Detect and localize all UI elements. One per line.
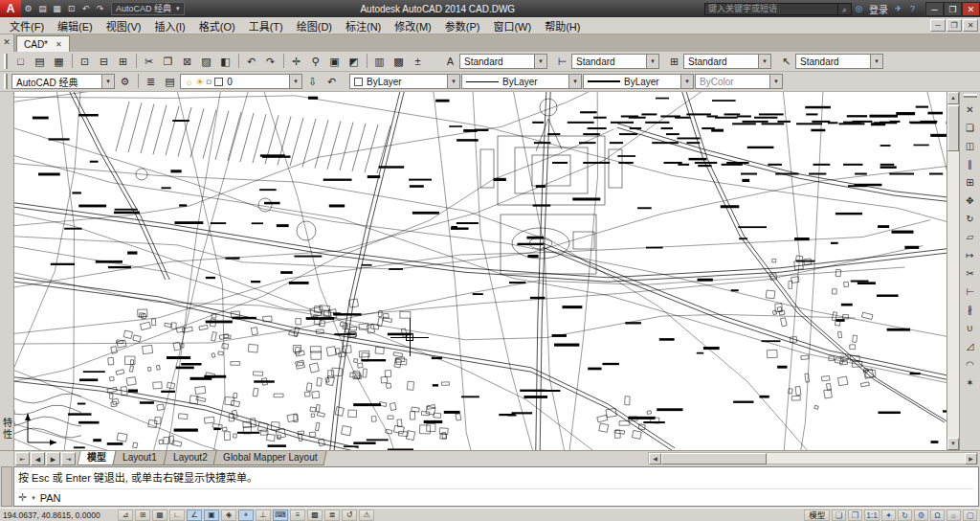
layer-combo[interactable]: ☼ ☀ Ω 0 ▾	[180, 74, 302, 89]
style-combo[interactable]: Standard ▾	[459, 54, 547, 69]
snap-toggle[interactable]: ⊞	[135, 510, 150, 521]
chevron-down-icon[interactable]: ▾	[758, 55, 770, 68]
mirror-button[interactable]: ◫	[961, 137, 979, 154]
toolbar-grip[interactable]	[4, 74, 8, 89]
undo-button[interactable]: ↶	[242, 53, 260, 70]
chevron-down-icon[interactable]: ▾	[447, 75, 459, 88]
offset-button[interactable]: ∥	[961, 155, 979, 172]
match-properties-button[interactable]: ▨	[197, 53, 215, 70]
dynamic-input-toggle[interactable]: ⌨	[273, 510, 288, 521]
scroll-left-icon[interactable]: ◀	[649, 453, 661, 464]
horizontal-scroll-thumb[interactable]	[661, 453, 767, 464]
annotation-autoscale-button[interactable]: ↻	[898, 510, 912, 521]
command-prompt-line[interactable]: ✛ ▾ PAN	[18, 488, 974, 504]
style-icon[interactable]: ⊢	[553, 53, 571, 70]
chamfer-button[interactable]: ◿	[961, 337, 979, 354]
chevron-down-icon[interactable]: ▾	[101, 75, 114, 88]
extend-button[interactable]: ⊢	[961, 283, 979, 300]
workspaces-toolbar-combo[interactable]: AutoCAD 经典 ▾	[11, 74, 115, 89]
layout-nav-button[interactable]: ⇥	[61, 452, 76, 465]
zoom-previous-button[interactable]: ◩	[345, 53, 363, 70]
color-combo[interactable]: ByLayer ▾	[349, 74, 460, 89]
horizontal-scrollbar[interactable]: ◀ ▶	[648, 452, 978, 464]
minimize-button[interactable]: ─	[925, 2, 944, 16]
doc-minimize-button[interactable]: ─	[930, 19, 946, 32]
stretch-button[interactable]: ↦	[961, 246, 979, 263]
plot-button[interactable]: ⊡	[76, 53, 94, 70]
style-icon[interactable]: ⊞	[665, 53, 683, 70]
layout-tab-global-mapper[interactable]: Global Mapper Layout	[213, 451, 328, 465]
open-button[interactable]: ▤	[31, 53, 49, 70]
menu-item[interactable]: 窗口(W)	[486, 16, 538, 35]
qat-redo-button[interactable]: ↷	[93, 4, 107, 13]
properties-palette-bar[interactable]: 特性	[0, 92, 14, 450]
chevron-down-icon[interactable]: ▾	[769, 75, 782, 88]
model-space-button[interactable]: 模型	[804, 510, 830, 521]
toolbar-grip[interactable]	[4, 54, 8, 69]
isolate-objects-button[interactable]: ☼	[947, 510, 961, 521]
infer-constraints-toggle[interactable]: ⊿	[118, 510, 133, 521]
make-object-layer-current-button[interactable]: ⇩	[303, 73, 322, 90]
3d-object-snap-toggle[interactable]: ◈	[221, 510, 236, 521]
copy-button[interactable]: ❐	[159, 53, 177, 70]
redo-button[interactable]: ↷	[261, 53, 279, 70]
trim-button[interactable]: ✂	[961, 264, 979, 282]
menu-item[interactable]: 标注(N)	[339, 16, 388, 35]
selection-cycling-toggle[interactable]: ↺	[342, 510, 357, 521]
layout-tab-layout1[interactable]: Layout1	[112, 451, 167, 465]
qat-undo-button[interactable]: ↶	[78, 4, 93, 13]
vertical-scroll-track[interactable]	[947, 152, 959, 438]
search-icon[interactable]: ⌕	[838, 3, 852, 15]
help-icon[interactable]: ?	[905, 4, 920, 13]
annotation-monitor-toggle[interactable]: ⚠	[359, 510, 374, 521]
drawing-canvas[interactable]	[14, 92, 947, 450]
layout-nav-button[interactable]: ⇤	[15, 452, 30, 465]
properties-palette-label[interactable]: 特性	[0, 418, 14, 441]
maximize-button[interactable]: ❐	[944, 2, 962, 16]
style-combo[interactable]: Standard ▾	[571, 54, 659, 69]
fillet-button[interactable]: ◠	[961, 355, 979, 373]
qat-save-button[interactable]: ▦	[50, 4, 64, 13]
new-button[interactable]: □	[11, 53, 30, 70]
scroll-right-icon[interactable]: ▶	[965, 453, 977, 464]
pan-button[interactable]: ✛	[287, 53, 305, 70]
search-input[interactable]	[704, 3, 838, 15]
menu-item[interactable]: 视图(V)	[100, 16, 148, 35]
doc-close-button[interactable]: ✕	[963, 19, 978, 32]
toolbar-grip[interactable]	[964, 94, 977, 98]
qat-plot-button[interactable]: ⊡	[64, 4, 78, 13]
move-button[interactable]: ✥	[961, 192, 979, 209]
chevron-down-icon[interactable]: ▾	[870, 55, 882, 68]
ortho-toggle[interactable]: ∟	[169, 510, 185, 521]
layer-previous-button[interactable]: ↶	[323, 73, 341, 90]
workspace-settings-button[interactable]: ⚙	[116, 73, 134, 90]
explode-button[interactable]: ✶	[961, 374, 979, 391]
menu-item[interactable]: 绘图(D)	[290, 16, 339, 35]
break-button[interactable]: ∦	[961, 301, 979, 318]
linetype-combo[interactable]: ByLayer ▾	[461, 74, 582, 89]
layout-tab-layout2[interactable]: Layout2	[163, 451, 217, 465]
polar-tracking-toggle[interactable]: ∠	[187, 510, 202, 521]
scroll-down-icon[interactable]: ▼	[947, 438, 959, 450]
save-button[interactable]: ▦	[50, 53, 68, 70]
chevron-down-icon[interactable]: ▾	[646, 55, 658, 68]
clean-screen-button[interactable]: ▢	[963, 510, 977, 521]
grid-toggle[interactable]: ▦	[152, 510, 167, 521]
style-icon[interactable]: A	[441, 53, 459, 70]
scroll-up-icon[interactable]: ▲	[947, 92, 959, 104]
block-editor-button[interactable]: ◧	[216, 53, 234, 70]
zoom-realtime-button[interactable]: ⚲	[306, 53, 324, 70]
plotstyle-combo[interactable]: ByColor ▾	[695, 74, 783, 89]
communication-center-icon[interactable]: ✈	[891, 4, 905, 13]
scale-button[interactable]: ▱	[961, 228, 979, 245]
plot-preview-button[interactable]: ⊟	[95, 53, 113, 70]
quick-properties-toggle[interactable]: ≣	[324, 510, 340, 521]
paste-button[interactable]: ⊠	[178, 53, 196, 70]
workspace-combo[interactable]: AutoCAD 经典 ▾	[111, 2, 185, 15]
doc-restore-button[interactable]: ❐	[947, 19, 962, 32]
layout-tab-model[interactable]: 模型	[77, 451, 116, 465]
copy-object-button[interactable]: ❏	[961, 119, 979, 136]
layer-lock-icon[interactable]: Ω	[206, 78, 212, 86]
style-combo[interactable]: Standard ▾	[683, 54, 771, 69]
menu-item[interactable]: 修改(M)	[388, 16, 438, 35]
